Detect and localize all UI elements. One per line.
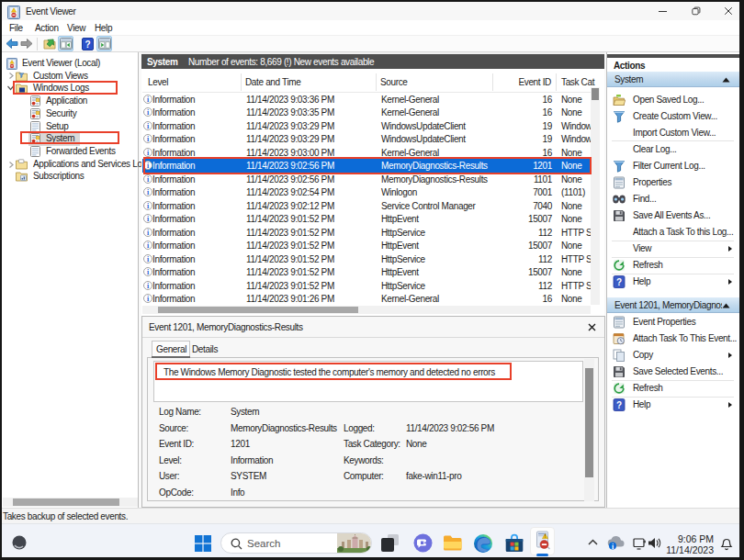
svg-text:?: ? — [616, 277, 622, 287]
svg-text:?: ? — [85, 39, 90, 50]
svg-text:?: ? — [616, 400, 622, 410]
